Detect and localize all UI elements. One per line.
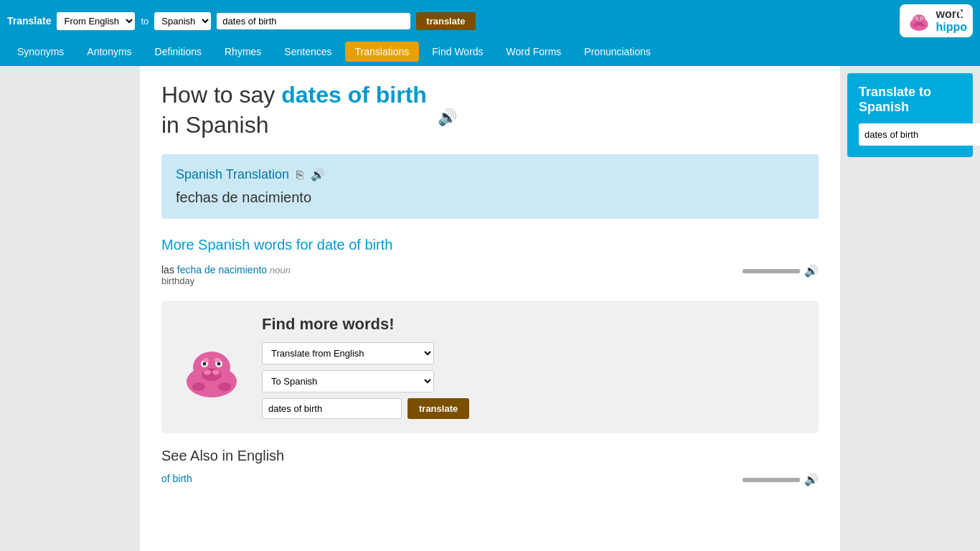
right-sidebar: Translate to Spanish go [840, 66, 980, 551]
progress-bar [743, 269, 800, 273]
translation-box-label: Spanish Translation [176, 167, 289, 182]
page-title: How to say dates of birth in Spanish [161, 80, 427, 140]
translation-box-header: Spanish Translation ⎘ 🔊 [176, 167, 804, 182]
svg-point-7 [913, 24, 918, 27]
svg-point-5 [921, 17, 923, 19]
progress-fill [743, 269, 800, 273]
word-meaning: birthday [161, 276, 735, 286]
nav-rhymes[interactable]: Rhymes [215, 42, 271, 62]
nav-find-words[interactable]: Find Words [422, 42, 493, 62]
nav-translations[interactable]: Translations [345, 42, 420, 62]
see-also-row: of birth 🔊 [161, 473, 819, 486]
find-words-title: Find more words! [262, 315, 804, 334]
to-label: to [141, 16, 149, 27]
svg-point-8 [920, 24, 925, 27]
word-article: las [161, 264, 177, 276]
find-words-right: Find more words! Translate from English … [262, 315, 804, 419]
find-words-input-row: translate [262, 398, 804, 419]
word-main: las fecha de nacimiento noun [161, 264, 735, 276]
see-also-progress-fill [743, 478, 800, 482]
find-words-from-select[interactable]: Translate from English [262, 342, 434, 364]
main-layout: How to say dates of birth in Spanish 🔊 S… [0, 66, 980, 551]
title-suffix: in Spanish [161, 112, 268, 138]
see-also-title: See Also in English [161, 448, 819, 464]
progress-bar-area: 🔊 [743, 264, 819, 278]
svg-point-10 [919, 20, 922, 22]
find-words-translate-btn[interactable]: translate [407, 398, 469, 419]
svg-point-21 [212, 369, 220, 375]
svg-point-22 [203, 358, 209, 362]
nav-definitions[interactable]: Definitions [145, 42, 212, 62]
hippo-logo-icon [905, 7, 933, 34]
nav-sentences[interactable]: Sentences [274, 42, 341, 62]
nav-antonyms[interactable]: Antonyms [77, 42, 141, 62]
title-prefix: How to say [161, 82, 275, 108]
to-language-select[interactable]: Spanish [154, 12, 211, 30]
svg-point-16 [217, 362, 221, 365]
copy-icon[interactable]: ⎘ [296, 169, 303, 182]
top-bar: Translate From English to Spanish transl… [0, 0, 980, 42]
translate-button-top[interactable]: translate [416, 12, 475, 30]
svg-point-23 [215, 358, 220, 362]
hippo-svg [176, 335, 248, 400]
star-icon[interactable]: ✱ [958, 6, 970, 23]
nav-synonyms[interactable]: Synonyms [7, 42, 74, 62]
hippo-illustration [176, 335, 248, 400]
sidebar-search-input[interactable] [859, 123, 980, 146]
svg-point-15 [203, 362, 207, 365]
see-also-progress-bar [743, 478, 800, 482]
content-area: How to say dates of birth in Spanish 🔊 S… [140, 66, 840, 551]
svg-point-9 [917, 20, 920, 22]
word-sound-icon[interactable]: 🔊 [804, 264, 819, 278]
find-words-input[interactable] [262, 398, 402, 419]
word-type: noun [270, 265, 291, 276]
sidebar-translate-title: Translate to Spanish [859, 85, 961, 115]
see-also-row-left: of birth [161, 473, 735, 484]
find-words-to-select[interactable]: To Spanish [262, 370, 434, 392]
translation-box: Spanish Translation ⎘ 🔊 fechas de nacimi… [161, 154, 819, 219]
page-title-row: How to say dates of birth in Spanish 🔊 [161, 80, 819, 154]
svg-point-19 [218, 382, 231, 391]
search-input-top[interactable] [217, 13, 410, 29]
nav-word-forms[interactable]: Word Forms [496, 42, 572, 62]
svg-point-17 [202, 368, 222, 381]
nav-bar: Synonyms Antonyms Definitions Rhymes Sen… [0, 42, 980, 66]
translate-label: Translate [7, 15, 51, 27]
translation-result: fechas de nacimiento [176, 189, 804, 206]
sidebar-input-row: go [859, 123, 961, 146]
nav-pronunciations[interactable]: Pronunciations [574, 42, 661, 62]
word-row-left: las fecha de nacimiento noun birthday [161, 264, 735, 286]
left-spacer [0, 66, 140, 551]
word-row: las fecha de nacimiento noun birthday 🔊 [161, 264, 819, 286]
more-words-title: More Spanish words for date of birth [161, 237, 819, 253]
see-also-progress-area: 🔊 [743, 473, 819, 486]
title-sound-icon[interactable]: 🔊 [438, 108, 457, 127]
title-highlight: dates of birth [281, 82, 427, 108]
see-also-link[interactable]: of birth [161, 473, 192, 484]
from-language-select[interactable]: From English [57, 12, 135, 30]
see-also-sound-icon[interactable]: 🔊 [804, 473, 819, 486]
svg-point-18 [192, 382, 205, 391]
find-words-box: Find more words! Translate from English … [161, 301, 819, 433]
svg-point-4 [916, 17, 918, 19]
svg-point-20 [204, 369, 211, 375]
word-link[interactable]: fecha de nacimiento [177, 264, 267, 276]
sidebar-translate-box: Translate to Spanish go [847, 73, 973, 157]
translation-sound-icon[interactable]: 🔊 [311, 168, 325, 182]
